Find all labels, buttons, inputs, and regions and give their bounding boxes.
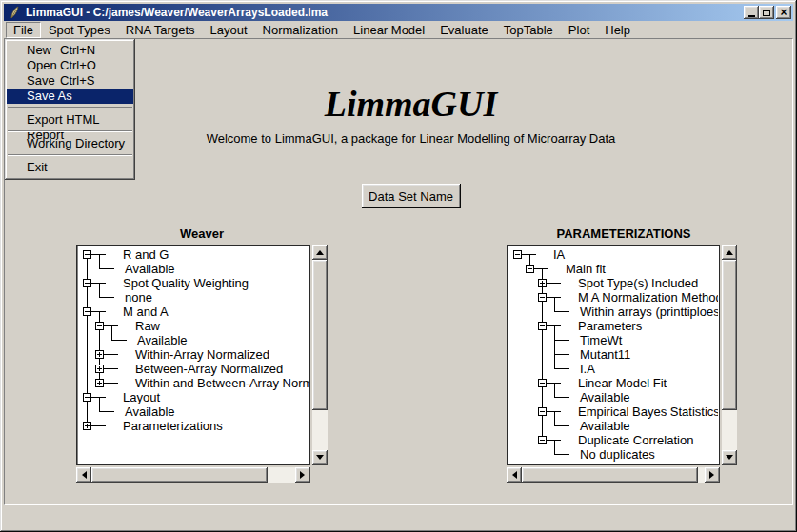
collapse-minus-icon[interactable] <box>83 279 91 287</box>
file-menu-item-new[interactable]: NewCtrl+N <box>7 43 133 58</box>
collapse-minus-icon[interactable] <box>526 265 534 273</box>
menu-item-plot[interactable]: Plot <box>561 22 597 38</box>
tree-node-label[interactable]: Available <box>580 419 630 433</box>
maximize-icon <box>763 10 770 16</box>
file-menu-item-exit[interactable]: Exit <box>7 160 133 175</box>
close-button[interactable]: × <box>776 6 791 19</box>
menu-item-file[interactable]: File <box>6 22 41 38</box>
tree-node-label[interactable]: Within-Array Normalized <box>135 347 269 362</box>
tree-node-label[interactable]: Layout <box>123 390 160 404</box>
tree-node-label[interactable]: Available <box>580 390 630 404</box>
tree-node-label[interactable]: Between-Array Normalized <box>135 362 283 376</box>
scroll-right-icon <box>709 471 718 479</box>
vertical-scrollbar-thumb[interactable] <box>722 260 737 410</box>
tree-node-label[interactable]: Available <box>137 333 188 347</box>
horizontal-scrollbar-thumb[interactable] <box>522 467 698 483</box>
scroll-down-icon <box>726 455 733 463</box>
vertical-scrollbar[interactable] <box>312 245 328 465</box>
tree-node-label[interactable]: Duplicate Correlation <box>578 433 693 447</box>
file-menu-dropdown: NewCtrl+NOpenCtrl+OSaveCtrl+SSave AsExpo… <box>5 39 135 180</box>
tree-node-label[interactable]: Raw <box>135 319 160 333</box>
scroll-up-button[interactable] <box>722 245 737 260</box>
collapse-minus-icon[interactable] <box>83 307 91 316</box>
minimize-button[interactable] <box>744 6 759 19</box>
scroll-right-icon <box>300 471 309 479</box>
tree-node-label[interactable]: I.A <box>580 362 595 376</box>
menu-item-rna-targets[interactable]: RNA Targets <box>118 22 203 38</box>
expand-plus-icon[interactable] <box>95 350 104 359</box>
tree-node-label[interactable]: Parameters <box>578 319 642 333</box>
tree-node-label[interactable]: Spot Quality Weighting <box>123 276 249 290</box>
horizontal-scrollbar[interactable] <box>76 467 310 483</box>
menu-item-evaluate[interactable]: Evaluate <box>432 22 496 38</box>
weaver-tree-title: Weaver <box>75 227 329 241</box>
scroll-up-button[interactable] <box>312 245 328 260</box>
vertical-scrollbar-thumb[interactable] <box>312 260 328 410</box>
feather-icon <box>8 6 21 19</box>
tree-node-label[interactable]: Available <box>125 404 175 419</box>
collapse-minus-icon[interactable] <box>538 436 547 444</box>
scroll-down-button[interactable] <box>722 450 737 465</box>
tree-node-label[interactable]: M A Normalization Method <box>578 290 718 305</box>
menu-separator <box>7 151 133 160</box>
collapse-minus-icon[interactable] <box>538 379 547 387</box>
menu-item-normalization[interactable]: Normalization <box>255 22 346 38</box>
file-menu-item-export-html-report[interactable]: Export HTML Report <box>7 112 133 128</box>
tree-node-label[interactable]: Mutant11 <box>580 347 630 362</box>
expand-plus-icon[interactable] <box>95 365 104 373</box>
app-title: LimmaGUI <box>30 83 792 125</box>
menu-item-label: New <box>27 43 51 58</box>
tree-node-label[interactable]: No duplicates <box>580 447 655 462</box>
tree-node-label[interactable]: Within and Between-Array Norm <box>135 376 309 390</box>
parameterizations-tree-title: PARAMETERIZATIONS <box>507 227 741 241</box>
collapse-minus-icon[interactable] <box>538 293 547 302</box>
expand-plus-icon[interactable] <box>83 422 91 430</box>
tree-node-label[interactable]: Spot Type(s) Included <box>578 276 698 290</box>
menu-item-label: Open <box>27 58 57 73</box>
file-menu-item-working-directory[interactable]: Working Directory <box>7 136 133 151</box>
collapse-minus-icon[interactable] <box>83 393 91 402</box>
file-menu-item-save[interactable]: SaveCtrl+S <box>7 73 133 89</box>
expand-plus-icon[interactable] <box>95 379 104 387</box>
collapse-minus-icon[interactable] <box>95 322 104 330</box>
tree-node-label[interactable]: Empirical Bayes Statistics <box>578 404 718 419</box>
maximize-button[interactable] <box>759 6 774 19</box>
tree-node-label[interactable]: TimeWt <box>580 333 622 347</box>
data-set-name-button[interactable]: Data Set Name <box>362 184 461 208</box>
scroll-left-icon <box>78 471 87 479</box>
expand-plus-icon[interactable] <box>538 279 547 287</box>
tree-node-label[interactable]: Parameterizations <box>123 419 223 433</box>
collapse-minus-icon[interactable] <box>83 250 91 259</box>
title-bar[interactable]: LimmaGUI - C:/james/Weaver/WeaverArraysL… <box>4 4 793 21</box>
scroll-left-button[interactable] <box>507 467 522 483</box>
tree-node-label[interactable]: IA <box>553 247 565 262</box>
scroll-left-button[interactable] <box>76 467 91 483</box>
tree-node-label[interactable]: R and G <box>123 247 169 262</box>
menu-item-layout[interactable]: Layout <box>203 22 255 38</box>
collapse-minus-icon[interactable] <box>538 407 547 416</box>
menu-separator <box>7 104 133 112</box>
horizontal-scrollbar[interactable] <box>507 467 720 483</box>
menu-item-help[interactable]: Help <box>597 22 638 38</box>
horizontal-scrollbar-thumb[interactable] <box>91 467 268 483</box>
menu-item-linear-model[interactable]: Linear Model <box>346 22 432 38</box>
tree-node-label[interactable]: M and A <box>123 305 169 319</box>
tree-node-label[interactable]: Within arrays (printtiploess) o <box>580 305 718 319</box>
scroll-right-button[interactable] <box>705 467 720 483</box>
vertical-scrollbar[interactable] <box>722 245 737 465</box>
file-menu-item-save-as[interactable]: Save As <box>7 89 133 104</box>
tree-canvas: IAMain fitSpot Type(s) IncludedM A Norma… <box>507 245 720 465</box>
scroll-right-button[interactable] <box>295 467 310 483</box>
scroll-up-icon <box>316 246 324 255</box>
menu-item-spot-types[interactable]: Spot Types <box>41 22 118 38</box>
collapse-minus-icon[interactable] <box>513 250 522 259</box>
file-menu-item-open[interactable]: OpenCtrl+O <box>7 58 133 73</box>
tree-node-label[interactable]: Available <box>125 262 175 276</box>
collapse-minus-icon[interactable] <box>538 322 547 330</box>
tree-node-label[interactable]: Linear Model Fit <box>578 376 667 390</box>
tree-node-label[interactable]: none <box>125 290 152 305</box>
scroll-down-button[interactable] <box>312 450 328 465</box>
menu-item-accelerator: Ctrl+S <box>60 73 94 89</box>
menu-item-toptable[interactable]: TopTable <box>496 22 561 38</box>
tree-node-label[interactable]: Main fit <box>566 262 606 276</box>
